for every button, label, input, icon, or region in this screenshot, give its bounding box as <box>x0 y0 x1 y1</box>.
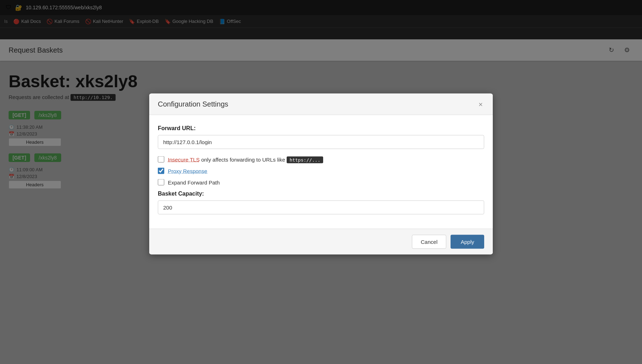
modal-body: Forward URL: Insecure TLS only affects f… <box>149 115 493 229</box>
expand-forward-path-label-text[interactable]: Expand Forward Path <box>168 179 220 185</box>
insecure-tls-row: Insecure TLS only affects forwarding to … <box>158 156 484 163</box>
configuration-modal: Configuration Settings × Forward URL: In… <box>149 94 493 255</box>
insecure-tls-suffix: only affects forwarding to URLs like <box>201 156 287 162</box>
modal-footer: Cancel Apply <box>149 229 493 255</box>
insecure-tls-label-text[interactable]: Insecure TLS only affects forwarding to … <box>168 156 323 162</box>
expand-forward-path-text: Expand Forward Path <box>168 179 220 185</box>
cancel-button[interactable]: Cancel <box>412 235 447 249</box>
modal-title: Configuration Settings <box>158 100 228 108</box>
insecure-tls-text: Insecure TLS <box>168 156 200 162</box>
forward-url-input[interactable] <box>158 135 484 149</box>
https-badge: https://... <box>287 156 323 163</box>
apply-button[interactable]: Apply <box>451 235 484 249</box>
proxy-response-label-text[interactable]: Proxy Response <box>168 168 207 174</box>
expand-forward-path-row: Expand Forward Path <box>158 179 484 186</box>
proxy-response-checkbox[interactable] <box>158 168 164 174</box>
expand-forward-path-checkbox[interactable] <box>158 179 164 186</box>
modal-header: Configuration Settings × <box>149 94 493 115</box>
proxy-response-text: Proxy Response <box>168 168 207 174</box>
basket-capacity-input[interactable] <box>158 201 484 215</box>
basket-capacity-label: Basket Capacity: <box>158 191 484 197</box>
proxy-response-row: Proxy Response <box>158 168 484 174</box>
insecure-tls-checkbox[interactable] <box>158 156 164 163</box>
modal-close-button[interactable]: × <box>477 100 484 108</box>
forward-url-label: Forward URL: <box>158 125 484 132</box>
